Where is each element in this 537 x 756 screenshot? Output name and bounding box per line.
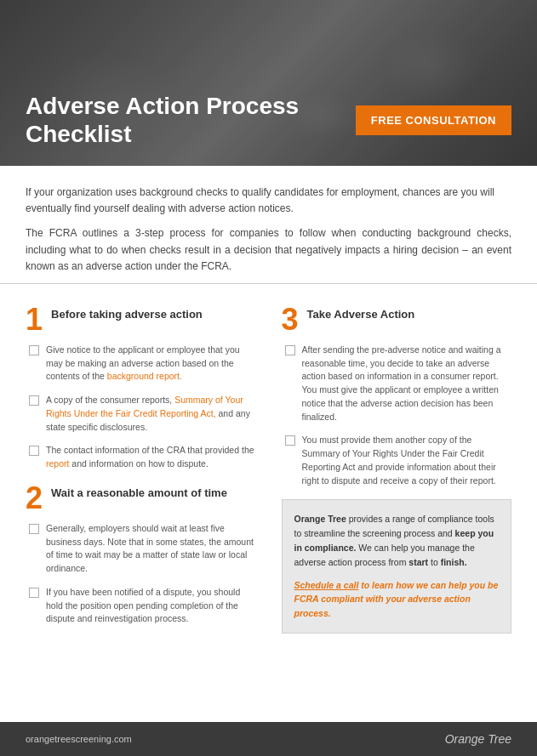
intro-paragraph-1: If your organization uses background che… bbox=[26, 185, 511, 217]
left-column: 1 Before taking adverse action Give noti… bbox=[26, 301, 273, 713]
info-box-text: Orange Tree provides a range of complian… bbox=[294, 512, 500, 569]
step1-item-2: A copy of the consumer reports, Summary … bbox=[26, 394, 256, 434]
step3-title: Take Adverse Action bbox=[307, 304, 415, 322]
footer: orangetreescreening.com Orange Tree bbox=[0, 722, 537, 756]
step1-text-3: The contact information of the CRA that … bbox=[46, 444, 256, 471]
page-title: Adverse Action Process Checklist bbox=[26, 92, 349, 149]
checkbox-5[interactable] bbox=[29, 588, 39, 598]
header-content: Adverse Action Process Checklist FREE CO… bbox=[26, 92, 511, 149]
step2-text-2: If you have been notified of a dispute, … bbox=[46, 586, 256, 626]
step2-number: 2 bbox=[26, 483, 43, 514]
checkbox-3[interactable] bbox=[29, 446, 39, 456]
step3-number: 3 bbox=[282, 304, 299, 335]
schedule-call-link[interactable]: Schedule a call bbox=[294, 580, 359, 590]
step1-number: 1 bbox=[26, 304, 43, 335]
step1-header: 1 Before taking adverse action bbox=[26, 304, 256, 335]
step1-text-2: A copy of the consumer reports, Summary … bbox=[46, 394, 256, 434]
step1-item-1: Give notice to the applicant or employee… bbox=[26, 344, 256, 384]
step3-header: 3 Take Adverse Action bbox=[282, 304, 512, 335]
page: Adverse Action Process Checklist FREE CO… bbox=[0, 0, 537, 756]
step2-header: 2 Wait a reasonable amount of time bbox=[26, 483, 256, 514]
step2-item-2: If you have been notified of a dispute, … bbox=[26, 586, 256, 626]
step2-text-1: Generally, employers should wait at leas… bbox=[46, 522, 256, 576]
step1-title: Before taking adverse action bbox=[51, 304, 203, 322]
checkbox-4[interactable] bbox=[29, 524, 39, 534]
checkbox-7[interactable] bbox=[285, 435, 295, 446]
step3-item-1: After sending the pre-adverse notice and… bbox=[282, 344, 512, 424]
info-box: Orange Tree provides a range of complian… bbox=[282, 499, 512, 634]
main-content: 1 Before taking adverse action Give noti… bbox=[0, 284, 537, 722]
step1-item-3: The contact information of the CRA that … bbox=[26, 444, 256, 471]
intro-paragraph-2: The FCRA outlines a 3-step process for c… bbox=[26, 225, 511, 275]
step3-text-1: After sending the pre-adverse notice and… bbox=[302, 344, 512, 424]
intro-section: If your organization uses background che… bbox=[0, 166, 537, 284]
header: Adverse Action Process Checklist FREE CO… bbox=[0, 0, 537, 166]
info-box-cta: Schedule a call to learn how we can help… bbox=[294, 578, 500, 621]
checkbox-1[interactable] bbox=[29, 345, 39, 355]
step1-text-1: Give notice to the applicant or employee… bbox=[46, 344, 256, 384]
step2-title: Wait a reasonable amount of time bbox=[51, 483, 227, 501]
right-column: 3 Take Adverse Action After sending the … bbox=[273, 301, 512, 713]
checkbox-2[interactable] bbox=[29, 395, 39, 406]
step2-item-1: Generally, employers should wait at leas… bbox=[26, 522, 256, 576]
checkbox-6[interactable] bbox=[285, 345, 295, 355]
free-consultation-button[interactable]: FREE CONSULTATION bbox=[356, 105, 511, 135]
footer-website: orangetreescreening.com bbox=[26, 734, 132, 744]
step3-item-2: You must provide them another copy of th… bbox=[282, 434, 512, 487]
footer-logo: Orange Tree bbox=[445, 732, 511, 746]
step3-text-2: You must provide them another copy of th… bbox=[302, 434, 512, 487]
